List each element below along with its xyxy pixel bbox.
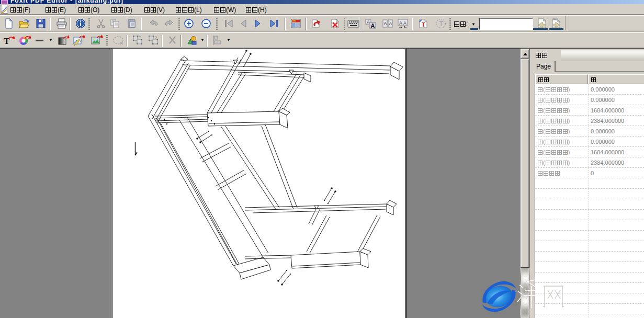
- svg-text:A: A: [371, 22, 375, 29]
- svg-text:T: T: [422, 21, 425, 28]
- svg-text:A: A: [384, 21, 387, 26]
- svg-text:T: T: [4, 36, 10, 46]
- svg-text:A: A: [389, 21, 392, 26]
- svg-text:A: A: [403, 20, 406, 26]
- svg-text:A: A: [399, 20, 402, 26]
- svg-text:T: T: [439, 20, 444, 28]
